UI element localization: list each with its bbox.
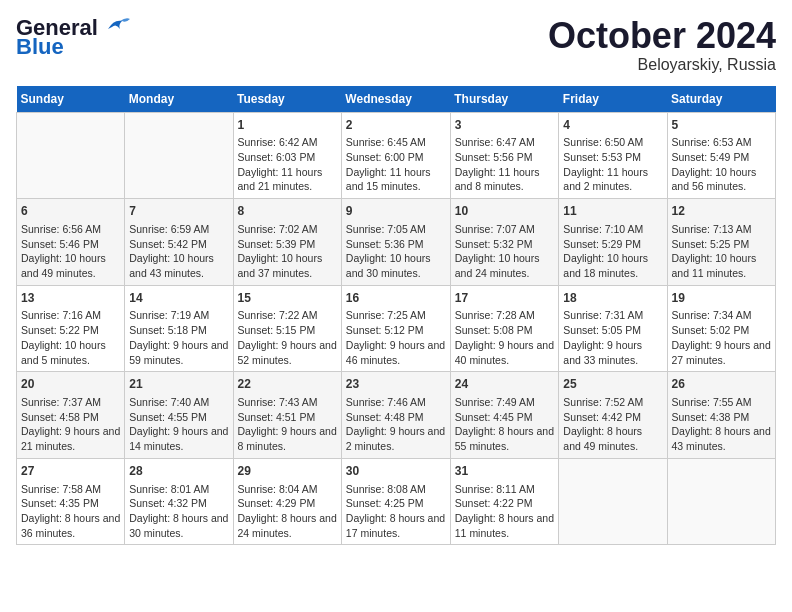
daylight-text: Daylight: 9 hours and 27 minutes. — [672, 338, 772, 367]
logo-bird-icon — [100, 15, 130, 37]
calendar-header-row: SundayMondayTuesdayWednesdayThursdayFrid… — [17, 86, 776, 113]
sunset-text: Sunset: 4:58 PM — [21, 410, 120, 425]
sunset-text: Sunset: 4:32 PM — [129, 496, 228, 511]
calendar-day-cell: 8Sunrise: 7:02 AMSunset: 5:39 PMDaylight… — [233, 199, 341, 286]
daylight-text: Daylight: 10 hours and 30 minutes. — [346, 251, 446, 280]
calendar-day-cell: 16Sunrise: 7:25 AMSunset: 5:12 PMDayligh… — [341, 285, 450, 372]
sunrise-text: Sunrise: 7:52 AM — [563, 395, 662, 410]
calendar-week-row: 1Sunrise: 6:42 AMSunset: 6:03 PMDaylight… — [17, 112, 776, 199]
sunrise-text: Sunrise: 7:58 AM — [21, 482, 120, 497]
sunrise-text: Sunrise: 6:45 AM — [346, 135, 446, 150]
sunrise-text: Sunrise: 7:02 AM — [238, 222, 337, 237]
day-number: 30 — [346, 463, 446, 480]
sunrise-text: Sunrise: 7:31 AM — [563, 308, 662, 323]
sunrise-text: Sunrise: 6:42 AM — [238, 135, 337, 150]
calendar-day-cell — [125, 112, 233, 199]
sunrise-text: Sunrise: 7:07 AM — [455, 222, 555, 237]
sunset-text: Sunset: 5:08 PM — [455, 323, 555, 338]
daylight-text: Daylight: 8 hours and 36 minutes. — [21, 511, 120, 540]
day-number: 2 — [346, 117, 446, 134]
calendar-day-cell — [667, 458, 776, 545]
calendar-day-cell: 28Sunrise: 8:01 AMSunset: 4:32 PMDayligh… — [125, 458, 233, 545]
day-number: 14 — [129, 290, 228, 307]
calendar-body: 1Sunrise: 6:42 AMSunset: 6:03 PMDaylight… — [17, 112, 776, 545]
calendar-week-row: 20Sunrise: 7:37 AMSunset: 4:58 PMDayligh… — [17, 372, 776, 459]
sunset-text: Sunset: 4:51 PM — [238, 410, 337, 425]
sunrise-text: Sunrise: 6:56 AM — [21, 222, 120, 237]
daylight-text: Daylight: 10 hours and 37 minutes. — [238, 251, 337, 280]
sunrise-text: Sunrise: 8:01 AM — [129, 482, 228, 497]
sunset-text: Sunset: 4:29 PM — [238, 496, 337, 511]
calendar-day-cell: 4Sunrise: 6:50 AMSunset: 5:53 PMDaylight… — [559, 112, 667, 199]
day-number: 10 — [455, 203, 555, 220]
sunset-text: Sunset: 5:32 PM — [455, 237, 555, 252]
calendar-day-cell: 26Sunrise: 7:55 AMSunset: 4:38 PMDayligh… — [667, 372, 776, 459]
day-number: 19 — [672, 290, 772, 307]
sunrise-text: Sunrise: 7:28 AM — [455, 308, 555, 323]
daylight-text: Daylight: 9 hours and 21 minutes. — [21, 424, 120, 453]
calendar-day-cell: 22Sunrise: 7:43 AMSunset: 4:51 PMDayligh… — [233, 372, 341, 459]
day-number: 7 — [129, 203, 228, 220]
col-header-wednesday: Wednesday — [341, 86, 450, 113]
calendar-table: SundayMondayTuesdayWednesdayThursdayFrid… — [16, 86, 776, 546]
daylight-text: Daylight: 9 hours and 46 minutes. — [346, 338, 446, 367]
calendar-day-cell: 23Sunrise: 7:46 AMSunset: 4:48 PMDayligh… — [341, 372, 450, 459]
sunrise-text: Sunrise: 6:59 AM — [129, 222, 228, 237]
day-number: 21 — [129, 376, 228, 393]
sunset-text: Sunset: 5:36 PM — [346, 237, 446, 252]
calendar-day-cell: 29Sunrise: 8:04 AMSunset: 4:29 PMDayligh… — [233, 458, 341, 545]
sunrise-text: Sunrise: 6:53 AM — [672, 135, 772, 150]
calendar-day-cell: 18Sunrise: 7:31 AMSunset: 5:05 PMDayligh… — [559, 285, 667, 372]
day-number: 12 — [672, 203, 772, 220]
sunset-text: Sunset: 5:15 PM — [238, 323, 337, 338]
sunrise-text: Sunrise: 6:47 AM — [455, 135, 555, 150]
sunset-text: Sunset: 5:05 PM — [563, 323, 662, 338]
daylight-text: Daylight: 10 hours and 56 minutes. — [672, 165, 772, 194]
day-number: 9 — [346, 203, 446, 220]
day-number: 26 — [672, 376, 772, 393]
calendar-day-cell: 11Sunrise: 7:10 AMSunset: 5:29 PMDayligh… — [559, 199, 667, 286]
daylight-text: Daylight: 10 hours and 49 minutes. — [21, 251, 120, 280]
daylight-text: Daylight: 9 hours and 59 minutes. — [129, 338, 228, 367]
day-number: 27 — [21, 463, 120, 480]
sunrise-text: Sunrise: 7:37 AM — [21, 395, 120, 410]
sunset-text: Sunset: 5:18 PM — [129, 323, 228, 338]
sunrise-text: Sunrise: 7:16 AM — [21, 308, 120, 323]
title-block: October 2024 Beloyarskiy, Russia — [548, 16, 776, 74]
daylight-text: Daylight: 8 hours and 43 minutes. — [672, 424, 772, 453]
calendar-day-cell: 5Sunrise: 6:53 AMSunset: 5:49 PMDaylight… — [667, 112, 776, 199]
sunset-text: Sunset: 4:35 PM — [21, 496, 120, 511]
sunset-text: Sunset: 4:22 PM — [455, 496, 555, 511]
day-number: 18 — [563, 290, 662, 307]
calendar-day-cell: 25Sunrise: 7:52 AMSunset: 4:42 PMDayligh… — [559, 372, 667, 459]
calendar-day-cell: 2Sunrise: 6:45 AMSunset: 6:00 PMDaylight… — [341, 112, 450, 199]
daylight-text: Daylight: 9 hours and 40 minutes. — [455, 338, 555, 367]
day-number: 5 — [672, 117, 772, 134]
day-number: 4 — [563, 117, 662, 134]
calendar-day-cell: 21Sunrise: 7:40 AMSunset: 4:55 PMDayligh… — [125, 372, 233, 459]
sunset-text: Sunset: 4:48 PM — [346, 410, 446, 425]
day-number: 29 — [238, 463, 337, 480]
sunset-text: Sunset: 5:12 PM — [346, 323, 446, 338]
sunrise-text: Sunrise: 7:34 AM — [672, 308, 772, 323]
day-number: 15 — [238, 290, 337, 307]
calendar-day-cell: 15Sunrise: 7:22 AMSunset: 5:15 PMDayligh… — [233, 285, 341, 372]
sunrise-text: Sunrise: 7:10 AM — [563, 222, 662, 237]
daylight-text: Daylight: 9 hours and 8 minutes. — [238, 424, 337, 453]
day-number: 17 — [455, 290, 555, 307]
calendar-day-cell — [17, 112, 125, 199]
daylight-text: Daylight: 11 hours and 2 minutes. — [563, 165, 662, 194]
daylight-text: Daylight: 8 hours and 24 minutes. — [238, 511, 337, 540]
sunrise-text: Sunrise: 8:08 AM — [346, 482, 446, 497]
calendar-day-cell: 9Sunrise: 7:05 AMSunset: 5:36 PMDaylight… — [341, 199, 450, 286]
sunrise-text: Sunrise: 7:22 AM — [238, 308, 337, 323]
daylight-text: Daylight: 10 hours and 18 minutes. — [563, 251, 662, 280]
daylight-text: Daylight: 9 hours and 2 minutes. — [346, 424, 446, 453]
calendar-day-cell: 19Sunrise: 7:34 AMSunset: 5:02 PMDayligh… — [667, 285, 776, 372]
daylight-text: Daylight: 9 hours and 14 minutes. — [129, 424, 228, 453]
sunrise-text: Sunrise: 7:19 AM — [129, 308, 228, 323]
day-number: 3 — [455, 117, 555, 134]
day-number: 8 — [238, 203, 337, 220]
sunset-text: Sunset: 4:38 PM — [672, 410, 772, 425]
calendar-week-row: 13Sunrise: 7:16 AMSunset: 5:22 PMDayligh… — [17, 285, 776, 372]
